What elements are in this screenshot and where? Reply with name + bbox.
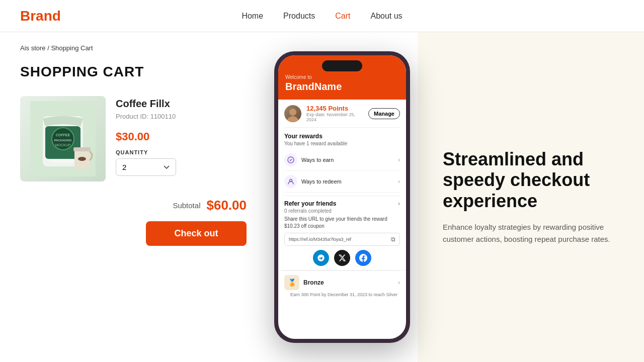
svg-text:MOCKUP: MOCKUP [55, 143, 71, 147]
refer-chevron-icon: › [398, 200, 400, 207]
right-panel: Streamlined and speedy checkout experien… [418, 32, 644, 362]
ways-to-earn-label: Ways to earn [301, 157, 398, 163]
brand-logo: Brand [20, 8, 61, 24]
svg-text:Premium Blend: Premium Blend [51, 159, 75, 163]
promo-desc: Enhance loyalty strategies by rewarding … [443, 221, 614, 245]
checkout-button[interactable]: Check out [146, 221, 247, 246]
tier-chevron-icon: › [398, 279, 400, 286]
facebook-button[interactable] [355, 250, 371, 266]
welcome-text: Welcome to [285, 74, 399, 80]
nav-products[interactable]: Products [283, 12, 315, 21]
phone-screen: Welcome to BrandName [278, 55, 406, 339]
quantity-select[interactable]: 1 2 3 4 5 [116, 158, 176, 176]
telegram-icon [317, 254, 325, 262]
phone-content: Welcome to BrandName [278, 55, 406, 339]
app-brand-name: BrandName [285, 81, 399, 93]
quantity-label: QUANTITY [116, 149, 247, 155]
points-bar: 12,345 Points Exp date: November 25, 202… [278, 100, 406, 127]
ref-url-text: https://ref.io/M3435a?loya3_ref [289, 237, 391, 242]
phone-panel: Welcome to BrandName [267, 32, 418, 362]
rewards-sub: You have 1 reward available [284, 141, 400, 146]
svg-point-11 [287, 116, 299, 122]
header: Brand Home Products Cart About us [0, 0, 644, 32]
ref-url-row: https://ref.io/M3435a?loya3_ref ⧉ [284, 233, 400, 246]
svg-text:COFFEE: COFFEE [56, 133, 70, 137]
redeem-chevron-icon: › [398, 178, 400, 185]
phone-outer: Welcome to BrandName [274, 51, 410, 343]
rewards-title: Your rewards [284, 133, 400, 140]
cart-panel: Ais store / Shopping Cart SHOPPING CART … [0, 32, 267, 362]
product-row: COFFEE PACKAGING MOCKUP Premium Blend C [20, 96, 247, 182]
subtotal-amount: $60.00 [206, 198, 247, 213]
refer-desc: Share this URL to give your friends the … [284, 216, 400, 230]
tier-icon: 🏅 [284, 275, 299, 290]
main-layout: Ais store / Shopping Cart SHOPPING CART … [0, 32, 644, 362]
copy-icon[interactable]: ⧉ [391, 236, 395, 243]
product-price: $30.00 [116, 130, 247, 143]
manage-button[interactable]: Manage [368, 108, 400, 119]
refer-title-text: Refer your friends [284, 200, 336, 207]
avatar [284, 105, 301, 122]
nav-home[interactable]: Home [242, 12, 263, 21]
subtotal-row: Subtotal $60.00 [20, 198, 247, 213]
refer-title: Refer your friends › [284, 200, 400, 207]
tier-label: Bronze [303, 279, 398, 286]
points-expiry: Exp date: November 25, 2024 [306, 112, 363, 122]
twitter-icon [338, 254, 346, 262]
nav-about[interactable]: About us [370, 12, 402, 21]
points-number: 12,345 [306, 105, 327, 112]
ways-to-redeem-row[interactable]: Ways to redeem › [284, 171, 400, 193]
tier-row[interactable]: 🏅 Bronze › [284, 275, 400, 290]
twitter-button[interactable] [334, 250, 350, 266]
facebook-icon [359, 254, 367, 262]
social-icons [284, 250, 400, 266]
points-info: 12,345 Points Exp date: November 25, 202… [306, 105, 363, 122]
cart-title: SHOPPING CART [20, 64, 247, 80]
product-image: COFFEE PACKAGING MOCKUP Premium Blend [20, 96, 106, 182]
promo-title: Streamlined and speedy checkout experien… [443, 149, 619, 211]
product-details: Coffee Fillx Product ID: 1100110 $30.00 … [116, 96, 247, 176]
dynamic-island [322, 60, 362, 71]
points-unit: Points [328, 105, 348, 112]
product-name: Coffee Fillx [116, 98, 247, 110]
telegram-button[interactable] [313, 250, 329, 266]
coffee-bag-svg: COFFEE PACKAGING MOCKUP Premium Blend [30, 101, 96, 176]
ways-to-redeem-label: Ways to redeem [301, 178, 398, 185]
tier-sub: Earn 300 Point by December 31, 2023 to r… [284, 292, 400, 297]
avatar-img [284, 105, 301, 122]
refer-completed: 0 referrals completed [284, 208, 400, 214]
svg-point-10 [78, 157, 86, 161]
rewards-section: Your rewards You have 1 reward available… [278, 128, 406, 196]
breadcrumb-store: Ais store [20, 44, 46, 52]
points-value: 12,345 Points [306, 105, 363, 112]
nav: Home Products Cart About us [242, 12, 402, 21]
svg-rect-9 [73, 147, 91, 151]
tier-section: 🏅 Bronze › Earn 300 Point by December 31… [278, 271, 406, 301]
refer-section: Refer your friends › 0 referrals complet… [278, 196, 406, 270]
ways-to-earn-icon [284, 153, 297, 166]
svg-point-12 [289, 109, 296, 116]
subtotal-label: Subtotal [173, 201, 200, 210]
ways-to-redeem-icon [284, 175, 297, 188]
breadcrumb: Ais store / Shopping Cart [20, 44, 247, 52]
breadcrumb-current: Shopping Cart [51, 44, 93, 52]
svg-text:PACKAGING: PACKAGING [54, 139, 72, 142]
ways-to-earn-row[interactable]: Ways to earn › [284, 149, 400, 171]
nav-cart[interactable]: Cart [335, 12, 350, 21]
product-id: Product ID: 1100110 [116, 113, 247, 120]
earn-chevron-icon: › [398, 156, 400, 163]
